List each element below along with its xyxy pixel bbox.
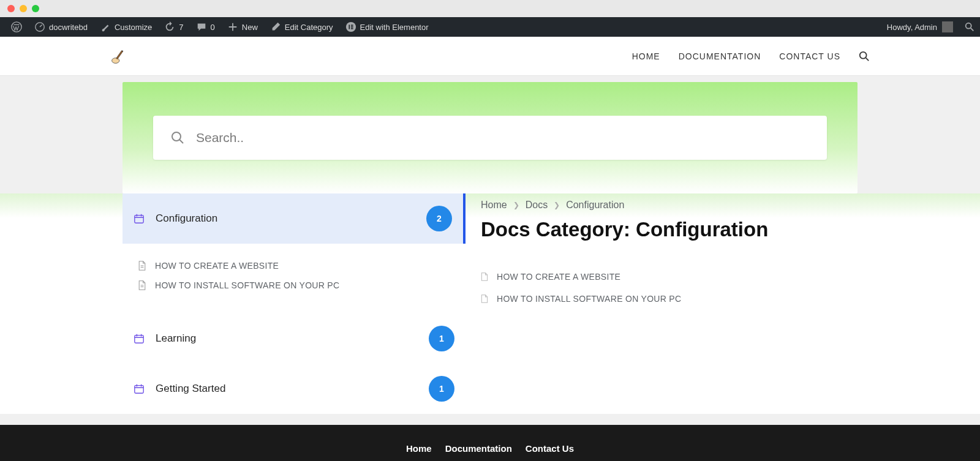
svg-point-8	[112, 58, 119, 63]
footer-nav-documentation[interactable]: Documentation	[445, 443, 512, 454]
site-logo[interactable]	[110, 48, 127, 65]
sub-article-list: HOW TO CREATE A WEBSITE HOW TO INSTALL S…	[123, 244, 466, 313]
doc-icon	[138, 261, 146, 271]
doc-link[interactable]: HOW TO CREATE A WEBSITE	[481, 266, 858, 288]
main-content: Home ❯ Docs ❯ Configuration Docs Categor…	[466, 193, 858, 310]
chevron-right-icon: ❯	[513, 201, 519, 209]
window-chrome	[0, 0, 980, 17]
count-badge: 1	[429, 326, 454, 351]
wp-elementor[interactable]: Edit with Elementor	[339, 17, 435, 37]
window-close[interactable]	[7, 5, 15, 12]
page-title: Docs Category: Configuration	[481, 218, 858, 241]
sidebar-item-learning[interactable]: Learning 1	[123, 313, 466, 364]
howdy-text[interactable]: Howdy, Admin	[887, 23, 937, 32]
svg-point-0	[12, 22, 21, 32]
doc-icon	[481, 272, 488, 281]
doc-icon	[138, 280, 146, 290]
svg-rect-14	[135, 335, 143, 343]
wp-site-link[interactable]: docwritebd	[28, 17, 94, 37]
svg-rect-5	[351, 26, 353, 28]
sub-article-link[interactable]: HOW TO CREATE A WEBSITE	[123, 256, 466, 275]
category-icon	[134, 383, 145, 394]
category-icon	[134, 213, 145, 224]
sidebar-item-getting-started[interactable]: Getting Started 1	[123, 364, 466, 414]
wp-logo[interactable]	[5, 17, 28, 37]
svg-rect-9	[116, 50, 123, 59]
svg-point-11	[860, 51, 867, 58]
svg-rect-6	[351, 28, 353, 29]
wp-admin-bar: docwritebd Customize 7 0 New Edit Catego…	[0, 17, 980, 37]
edit-category-label: Edit Category	[285, 23, 333, 32]
count-badge: 2	[426, 206, 452, 231]
updates-count: 7	[179, 23, 183, 32]
category-icon	[134, 333, 145, 344]
search-box[interactable]	[153, 116, 827, 160]
brush-icon	[100, 21, 111, 32]
doc-icon	[481, 294, 488, 303]
customize-label: Customize	[115, 23, 152, 32]
updates-icon	[164, 21, 175, 32]
sub-article-link[interactable]: HOW TO INSTALL SOFTWARE ON YOUR PC	[123, 275, 466, 295]
sidebar-item-label: Getting Started	[156, 383, 429, 395]
plus-icon	[227, 21, 238, 32]
dashboard-icon	[34, 21, 45, 32]
wp-edit-category[interactable]: Edit Category	[264, 17, 339, 37]
svg-rect-4	[351, 24, 353, 26]
search-input[interactable]	[196, 130, 810, 145]
svg-point-10	[122, 50, 123, 51]
window-minimize[interactable]	[20, 5, 27, 12]
search-icon[interactable]	[859, 51, 870, 62]
footer-nav-home[interactable]: Home	[406, 443, 432, 454]
pencil-icon	[270, 21, 281, 32]
nav-home[interactable]: HOME	[632, 51, 660, 61]
elementor-label: Edit with Elementor	[360, 23, 429, 32]
nav-documentation[interactable]: DOCUMENTATION	[679, 51, 761, 61]
search-icon	[170, 130, 185, 145]
sub-article-title: HOW TO CREATE A WEBSITE	[155, 261, 279, 271]
svg-rect-13	[135, 216, 143, 223]
breadcrumb-home[interactable]: Home	[481, 200, 507, 211]
breadcrumb-docs[interactable]: Docs	[526, 200, 548, 211]
site-footer: Home Documentation Contact Us © Flexia 2…	[0, 425, 980, 461]
svg-point-7	[966, 23, 971, 29]
comments-count: 0	[211, 23, 215, 32]
doc-title: HOW TO INSTALL SOFTWARE ON YOUR PC	[497, 294, 681, 304]
svg-rect-3	[349, 24, 350, 29]
wordpress-icon	[11, 21, 22, 32]
breadcrumb-current: Configuration	[566, 200, 624, 211]
doc-title: HOW TO CREATE A WEBSITE	[497, 272, 620, 282]
wp-customize[interactable]: Customize	[94, 17, 158, 37]
nav-contact[interactable]: CONTACT US	[779, 51, 840, 61]
site-name: docwritebd	[49, 23, 88, 32]
sidebar-item-label: Configuration	[156, 212, 426, 225]
sidebar-item-configuration[interactable]: Configuration 2	[123, 193, 466, 244]
sub-article-title: HOW TO INSTALL SOFTWARE ON YOUR PC	[155, 280, 339, 290]
window-maximize[interactable]	[32, 5, 39, 12]
new-label: New	[242, 23, 258, 32]
comment-icon	[196, 21, 207, 32]
wp-comments[interactable]: 0	[190, 17, 221, 37]
wp-updates[interactable]: 7	[158, 17, 189, 37]
site-header: HOME DOCUMENTATION CONTACT US	[0, 37, 980, 76]
footer-nav-contact[interactable]: Contact Us	[526, 443, 574, 454]
count-badge: 1	[429, 376, 454, 402]
wp-new[interactable]: New	[221, 17, 264, 37]
svg-point-12	[172, 132, 181, 141]
admin-search-icon[interactable]	[964, 21, 975, 32]
avatar[interactable]	[942, 21, 953, 32]
category-sidebar: Configuration 2 HOW TO CREATE A WEBSITE …	[123, 193, 466, 414]
svg-rect-15	[135, 386, 143, 394]
doc-link[interactable]: HOW TO INSTALL SOFTWARE ON YOUR PC	[481, 288, 858, 310]
sidebar-item-label: Learning	[156, 332, 429, 345]
chevron-right-icon: ❯	[554, 201, 560, 209]
elementor-icon	[345, 21, 356, 32]
breadcrumb: Home ❯ Docs ❯ Configuration	[481, 200, 858, 211]
hero-search-banner	[123, 82, 858, 193]
